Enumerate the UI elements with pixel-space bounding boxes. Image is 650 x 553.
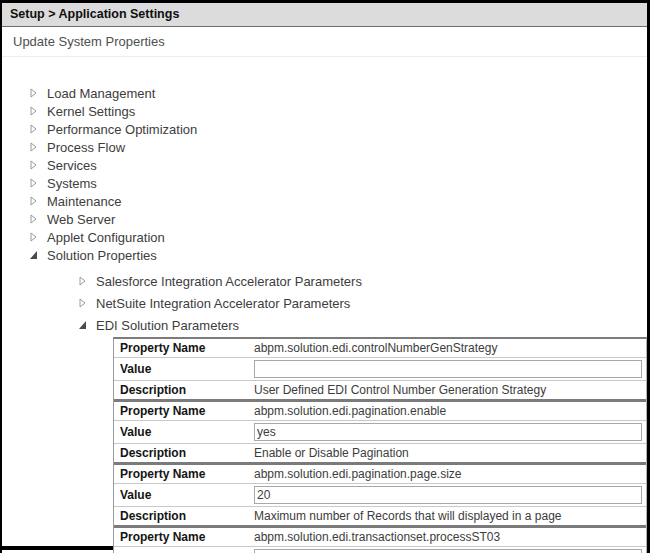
frame-bottom-border <box>0 546 114 550</box>
property-value-input[interactable] <box>254 486 642 504</box>
table-row: Value <box>114 484 646 507</box>
tree-item-maintenance[interactable]: Maintenance <box>28 192 197 210</box>
property-block: Property Name abpm.solution.edi.transact… <box>114 528 646 553</box>
tree-item-label: Maintenance <box>47 194 121 209</box>
settings-tree: Load Management Kernel Settings Performa… <box>28 84 197 264</box>
property-name-value: abpm.solution.edi.pagination.page.size <box>254 465 646 483</box>
table-row: Value <box>114 421 646 444</box>
table-row: Property Name abpm.solution.edi.paginati… <box>114 465 646 484</box>
table-row: Description Maximum number of Records th… <box>114 507 646 525</box>
property-name-value: abpm.solution.edi.transactionset.process… <box>254 528 646 546</box>
property-name-label: Property Name <box>114 402 254 420</box>
property-value-input[interactable] <box>254 360 642 378</box>
solution-properties-subtree: Salesforce Integration Accelerator Param… <box>77 270 362 336</box>
description-value: Enable or Disable Pagination <box>254 444 646 462</box>
expand-icon[interactable] <box>28 160 39 170</box>
tree-item-performance-optimization[interactable]: Performance Optimization <box>28 120 197 138</box>
tree-item-solution-properties[interactable]: Solution Properties <box>28 246 197 264</box>
description-label: Description <box>114 507 254 525</box>
tree-item-label: Applet Configuration <box>47 230 165 245</box>
tree-item-label: NetSuite Integration Accelerator Paramet… <box>96 296 350 311</box>
property-block: Property Name abpm.solution.edi.controlN… <box>114 339 646 402</box>
value-label: Value <box>114 547 254 553</box>
expand-icon[interactable] <box>28 142 39 152</box>
property-name-value: abpm.solution.edi.controlNumberGenStrate… <box>254 339 646 357</box>
property-name-label: Property Name <box>114 339 254 357</box>
collapse-icon[interactable] <box>77 320 88 330</box>
description-value: User Defined EDI Control Number Generati… <box>254 381 646 399</box>
tree-item-label: Services <box>47 158 97 173</box>
tree-item-web-server[interactable]: Web Server <box>28 210 197 228</box>
property-name-label: Property Name <box>114 465 254 483</box>
description-label: Description <box>114 444 254 462</box>
expand-icon[interactable] <box>28 106 39 116</box>
tree-item-label: Kernel Settings <box>47 104 135 119</box>
expand-icon[interactable] <box>28 196 39 206</box>
table-row: Property Name abpm.solution.edi.transact… <box>114 528 646 547</box>
property-value-input[interactable] <box>254 549 642 553</box>
tree-item-systems[interactable]: Systems <box>28 174 197 192</box>
expand-icon[interactable] <box>28 232 39 242</box>
expand-icon[interactable] <box>77 298 88 308</box>
breadcrumb: Setup > Application Settings <box>2 3 647 27</box>
table-row: Description User Defined EDI Control Num… <box>114 381 646 399</box>
tree-item-load-management[interactable]: Load Management <box>28 84 197 102</box>
tree-item-services[interactable]: Services <box>28 156 197 174</box>
collapse-icon[interactable] <box>28 250 39 260</box>
tree-item-netsuite-parameters[interactable]: NetSuite Integration Accelerator Paramet… <box>77 292 362 314</box>
edi-parameters-table: Property Name abpm.solution.edi.controlN… <box>113 337 647 553</box>
tree-item-label: Process Flow <box>47 140 125 155</box>
expand-icon[interactable] <box>28 124 39 134</box>
description-value: Maximum number of Records that will disp… <box>254 507 646 525</box>
description-label: Description <box>114 381 254 399</box>
value-label: Value <box>114 358 254 380</box>
property-value-input[interactable] <box>254 423 642 441</box>
tree-item-kernel-settings[interactable]: Kernel Settings <box>28 102 197 120</box>
page-title: Update System Properties <box>2 27 647 57</box>
tree-item-label: Web Server <box>47 212 115 227</box>
tree-item-salesforce-parameters[interactable]: Salesforce Integration Accelerator Param… <box>77 270 362 292</box>
tree-item-process-flow[interactable]: Process Flow <box>28 138 197 156</box>
property-block: Property Name abpm.solution.edi.paginati… <box>114 465 646 528</box>
tree-item-label: Load Management <box>47 86 155 101</box>
tree-item-label: Performance Optimization <box>47 122 197 137</box>
table-row: Property Name abpm.solution.edi.paginati… <box>114 402 646 421</box>
table-row: Property Name abpm.solution.edi.controlN… <box>114 339 646 358</box>
tree-item-label: EDI Solution Parameters <box>96 318 239 333</box>
table-row: Description Enable or Disable Pagination <box>114 444 646 462</box>
tree-item-applet-configuration[interactable]: Applet Configuration <box>28 228 197 246</box>
value-label: Value <box>114 421 254 443</box>
tree-item-label: Solution Properties <box>47 248 157 263</box>
property-block: Property Name abpm.solution.edi.paginati… <box>114 402 646 465</box>
tree-item-edi-solution-parameters[interactable]: EDI Solution Parameters <box>77 314 362 336</box>
property-name-value: abpm.solution.edi.pagination.enable <box>254 402 646 420</box>
expand-icon[interactable] <box>28 88 39 98</box>
expand-icon[interactable] <box>28 178 39 188</box>
property-name-label: Property Name <box>114 528 254 546</box>
expand-icon[interactable] <box>28 214 39 224</box>
expand-icon[interactable] <box>77 276 88 286</box>
frame-left-border <box>0 0 2 553</box>
table-row: Value <box>114 547 646 553</box>
table-row: Value <box>114 358 646 381</box>
tree-item-label: Salesforce Integration Accelerator Param… <box>96 274 362 289</box>
value-label: Value <box>114 484 254 506</box>
tree-item-label: Systems <box>47 176 97 191</box>
